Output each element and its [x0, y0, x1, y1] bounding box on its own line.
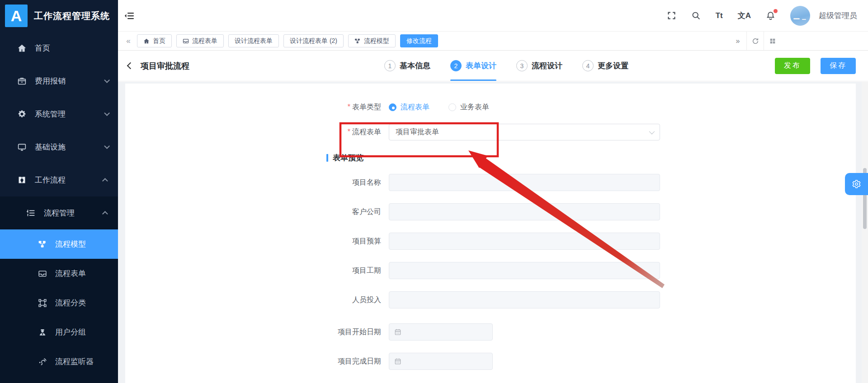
listener-icon [37, 356, 48, 367]
sidebar-item-label: 基础设施 [35, 142, 66, 152]
scroll-tabs-right-icon[interactable]: » [729, 32, 746, 50]
theme-settings-button[interactable] [845, 173, 868, 195]
step-process-design[interactable]: 3 流程设计 [516, 51, 562, 81]
header-buttons: 发布 保存 [775, 58, 856, 74]
chevron-up-icon [102, 211, 108, 217]
sidebar-item-label: 费用报销 [35, 76, 66, 86]
font-size-icon[interactable]: Tt [716, 11, 723, 20]
tab-home[interactable]: 首页 [137, 34, 172, 47]
chevron-down-icon [649, 129, 655, 135]
save-button[interactable]: 保存 [821, 58, 856, 74]
sidebar-item-process-listener[interactable]: 流程监听器 [0, 347, 118, 376]
publish-button[interactable]: 发布 [775, 58, 810, 74]
sidebar-item-process-form[interactable]: 流程表单 [0, 259, 118, 288]
sidebar-item-label: 流程表单 [55, 268, 86, 279]
monitor-icon [16, 142, 27, 153]
tag-bar: « 首页 流程表单 设计流程表单 设计流程表单 (2) 流 [118, 32, 868, 51]
field-label: 项目工期 [125, 266, 381, 276]
search-icon[interactable] [691, 11, 701, 20]
home-icon [143, 38, 150, 44]
sidebar-item-process-management[interactable]: 流程管理 [0, 196, 118, 229]
process-form-select[interactable]: 项目审批表单 [389, 124, 660, 140]
page-scrollbar-track [862, 82, 868, 383]
chevron-down-icon [104, 110, 110, 116]
tab-process-form[interactable]: 流程表单 [176, 34, 224, 47]
project-duration-input[interactable] [389, 262, 660, 279]
field-label: 人员投入 [125, 295, 381, 305]
page-header: 项目审批流程 1 基本信息 2 表单设计 3 流程设计 4 更多设置 [118, 51, 868, 81]
section-title: 表单预览 [333, 153, 363, 163]
section-accent-bar [326, 154, 328, 162]
tab-modify-process[interactable]: 修改流程 [400, 34, 438, 47]
step-more-settings[interactable]: 4 更多设置 [582, 51, 628, 81]
model-icon [37, 239, 48, 250]
notification-bell-icon[interactable] [766, 11, 775, 20]
tab-design-process-form[interactable]: 设计流程表单 [228, 34, 279, 47]
sidebar-item-process-category[interactable]: 流程分类 [0, 288, 118, 318]
home-icon [16, 43, 27, 54]
preview-field-row: 客户公司 [125, 203, 856, 220]
preview-field-row: 项目名称 [125, 174, 856, 191]
logo-icon: A [5, 5, 28, 27]
sidebar-item-label: 首页 [35, 43, 50, 53]
tab-process-model[interactable]: 流程模型 [348, 34, 396, 47]
calendar-icon [394, 358, 401, 365]
scroll-tabs-left-icon[interactable]: « [123, 37, 134, 46]
client-company-input[interactable] [389, 203, 660, 220]
sidebar-item-user-group[interactable]: 用户分组 [0, 318, 118, 347]
sidebar-item-process-model[interactable]: 流程模型 [0, 229, 118, 259]
model-icon [354, 38, 361, 44]
required-mark: * [348, 103, 350, 111]
list-icon [25, 208, 36, 219]
translate-icon[interactable]: 文A [738, 10, 751, 21]
project-name-input[interactable] [389, 174, 660, 191]
sidebar-item-label: 流程模型 [55, 239, 86, 249]
layout-grid-icon[interactable] [764, 32, 781, 50]
content-area: *表单类型 流程表单 业务表单 [118, 82, 868, 383]
chevron-down-icon [104, 77, 110, 83]
sidebar-item-expense[interactable]: 费用报销 [0, 65, 118, 98]
refresh-icon[interactable] [746, 32, 764, 50]
sidebar-collapse-icon[interactable] [124, 10, 135, 21]
drawer-icon [183, 38, 189, 44]
sidebar-item-label: 流程监听器 [55, 356, 94, 367]
app-logo[interactable]: A 工作流程管理系统 [0, 0, 118, 32]
main-area: Tt 文A 超级管理员 « 首页 流程表单 [118, 0, 868, 383]
radio-process-form[interactable]: 流程表单 [389, 103, 429, 112]
drawer-icon [37, 268, 48, 279]
project-finish-date-input[interactable] [389, 353, 493, 370]
sidebar-item-home[interactable]: 首页 [0, 32, 118, 65]
process-form-label: *流程表单 [125, 127, 381, 137]
tab-design-process-form-2[interactable]: 设计流程表单 (2) [283, 34, 344, 47]
step-form-design[interactable]: 2 表单设计 [450, 51, 496, 81]
form-design-form: *表单类型 流程表单 业务表单 [125, 84, 856, 370]
field-label: 项目预算 [125, 237, 381, 246]
app-title: 工作流程管理系统 [34, 10, 110, 22]
project-budget-input[interactable] [389, 233, 660, 250]
form-panel: *表单类型 流程表单 业务表单 [125, 84, 856, 383]
radio-business-form[interactable]: 业务表单 [448, 103, 489, 112]
sidebar-item-infrastructure[interactable]: 基础设施 [0, 131, 118, 163]
top-header: Tt 文A 超级管理员 [118, 0, 868, 32]
wizard-steps: 1 基本信息 2 表单设计 3 流程设计 4 更多设置 [384, 51, 628, 81]
select-value: 项目审批表单 [396, 127, 439, 137]
step-basic-info[interactable]: 1 基本信息 [384, 51, 430, 81]
field-label: 项目开始日期 [125, 327, 381, 337]
tagbar-controls: » [729, 32, 781, 50]
gear-icon [16, 109, 27, 120]
page-title: 项目审批流程 [141, 61, 189, 71]
gear-icon [852, 179, 861, 189]
workflow-icon [16, 175, 27, 186]
staff-investment-input[interactable] [389, 291, 660, 308]
back-icon[interactable] [127, 62, 134, 70]
sidebar-item-label: 工作流程 [35, 175, 66, 185]
sidebar-item-workflow[interactable]: 工作流程 [0, 163, 118, 196]
process-form-select-row: *流程表单 项目审批表单 [125, 124, 856, 140]
form-preview-section: 表单预览 [326, 153, 856, 163]
user-group-icon [37, 327, 48, 338]
current-user-name[interactable]: 超级管理员 [819, 10, 857, 21]
avatar[interactable] [790, 6, 810, 26]
sidebar-item-system[interactable]: 系统管理 [0, 98, 118, 131]
project-start-date-input[interactable] [389, 323, 493, 341]
fullscreen-icon[interactable] [667, 11, 676, 20]
